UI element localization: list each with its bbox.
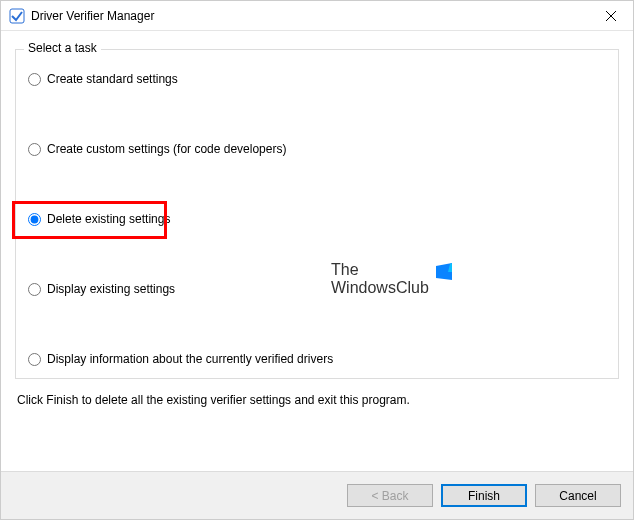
radio-label: Display existing settings: [47, 282, 175, 296]
finish-button[interactable]: Finish: [441, 484, 527, 507]
radio-label: Delete existing settings: [47, 212, 170, 226]
cancel-button[interactable]: Cancel: [535, 484, 621, 507]
radio-input-display-info[interactable]: [28, 353, 41, 366]
dialog-window: Driver Verifier Manager Select a task Cr…: [0, 0, 634, 520]
instruction-text: Click Finish to delete all the existing …: [15, 393, 619, 407]
radio-create-custom[interactable]: Create custom settings (for code develop…: [26, 138, 608, 160]
back-button[interactable]: < Back: [347, 484, 433, 507]
radio-display-info[interactable]: Display information about the currently …: [26, 348, 608, 370]
button-bar: < Back Finish Cancel: [1, 471, 633, 519]
task-groupbox: Select a task Create standard settings C…: [15, 49, 619, 379]
radio-input-create-custom[interactable]: [28, 143, 41, 156]
radio-display-existing[interactable]: Display existing settings: [26, 278, 608, 300]
radio-label: Create standard settings: [47, 72, 178, 86]
radio-delete-existing[interactable]: Delete existing settings: [26, 208, 608, 230]
radio-create-standard[interactable]: Create standard settings: [26, 68, 608, 90]
groupbox-legend: Select a task: [24, 41, 101, 55]
content-area: Select a task Create standard settings C…: [1, 31, 633, 471]
radio-input-create-standard[interactable]: [28, 73, 41, 86]
radio-label: Display information about the currently …: [47, 352, 333, 366]
app-icon: [9, 8, 25, 24]
titlebar: Driver Verifier Manager: [1, 1, 633, 31]
radio-input-delete-existing[interactable]: [28, 213, 41, 226]
radio-input-display-existing[interactable]: [28, 283, 41, 296]
close-icon: [606, 11, 616, 21]
close-button[interactable]: [588, 1, 633, 31]
window-title: Driver Verifier Manager: [31, 9, 588, 23]
radio-label: Create custom settings (for code develop…: [47, 142, 286, 156]
